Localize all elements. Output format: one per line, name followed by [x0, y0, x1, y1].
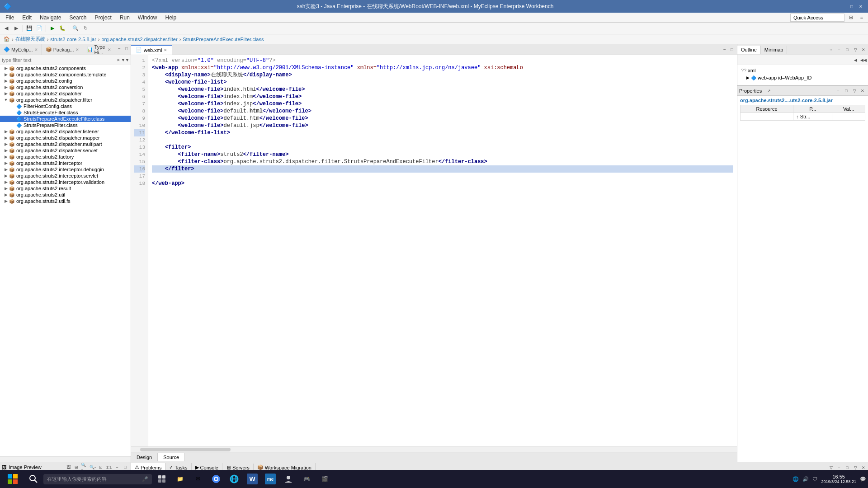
tree-item-filterhostconfig[interactable]: 🔷 FilterHostConfig.class: [0, 103, 131, 109]
tree-item-components[interactable]: ▶ 📦 org.apache.struts2.components: [0, 65, 131, 71]
filter-input[interactable]: [2, 57, 115, 63]
expand-icon[interactable]: ▶: [4, 85, 8, 89]
expand-icon[interactable]: ▶: [4, 79, 8, 83]
tree-item-strutsprepareandexecute[interactable]: 🔷 StrutsPrepareAndExecuteFilter.class: [0, 116, 131, 122]
expand-icon[interactable]: ▶: [4, 155, 8, 159]
tree-item-strutsexecute[interactable]: 🔷 StrutsExecuteFilter.class: [0, 109, 131, 116]
taskbar-myeclipse[interactable]: me: [262, 471, 278, 487]
tree-item-strutsprepare[interactable]: 🔷 StrutsPrepareFilter.class: [0, 122, 131, 128]
tree-item-components-template[interactable]: ▶ 📦 org.apache.struts2.components.templa…: [0, 71, 131, 78]
taskbar-icon6[interactable]: 🎮: [298, 471, 315, 487]
prop-close-btn[interactable]: ✕: [859, 87, 866, 94]
quick-access-input[interactable]: [790, 14, 844, 22]
prop-link[interactable]: org.apache.struts2....uts2-core-2.5.8.ja…: [740, 98, 865, 103]
maximize-panel-btn[interactable]: □: [123, 45, 130, 52]
tab-outline[interactable]: Outline: [737, 46, 761, 54]
tree-item-dispatcher-filter[interactable]: ▼ 📦 org.apache.struts2.dispatcher.filter: [0, 97, 131, 103]
tab-package[interactable]: 📦 Packag... ✕: [42, 44, 83, 55]
expand-icon[interactable]: ▶: [4, 72, 8, 77]
taskbar-task-view[interactable]: [154, 471, 170, 487]
maximize-editor-btn[interactable]: □: [729, 47, 735, 53]
editor-hscrollbar[interactable]: [131, 446, 737, 452]
tree-item-multipart[interactable]: ▶ 📦 org.apache.struts2.dispatcher.multip…: [0, 141, 131, 147]
taskbar-search[interactable]: [25, 471, 42, 487]
package-close[interactable]: ✕: [75, 47, 79, 52]
expand-icon[interactable]: ▶: [4, 180, 8, 184]
start-button[interactable]: [2, 470, 24, 488]
maximize-button[interactable]: □: [848, 3, 855, 10]
expand-icon[interactable]: ▶: [4, 148, 8, 153]
forward-btn[interactable]: ▶: [12, 24, 21, 33]
expand-icon[interactable]: ▶: [4, 91, 8, 96]
tree-item-mapper[interactable]: ▶ 📦 org.apache.struts2.dispatcher.mapper: [0, 135, 131, 141]
minimize-button[interactable]: —: [839, 3, 846, 10]
tree-item-result[interactable]: ▶ 📦 org.apache.struts2.result: [0, 185, 131, 192]
prop-external-btn[interactable]: ↗: [765, 87, 773, 94]
typehier-close[interactable]: ✕: [108, 47, 111, 52]
menu-edit[interactable]: Edit: [19, 14, 35, 22]
taskbar-user[interactable]: [280, 471, 297, 487]
tree-item-factory[interactable]: ▶ 📦 org.apache.struts2.factory: [0, 154, 131, 160]
outline-tool1[interactable]: ◀: [852, 56, 859, 64]
menu-help[interactable]: Help: [162, 14, 180, 22]
tree-item-config[interactable]: ▶ 📦 org.apache.struts2.config: [0, 78, 131, 84]
taskbar-media[interactable]: 🎬: [316, 471, 333, 487]
tree-item-interceptor-validation[interactable]: ▶ 📦 org.apache.struts2.interceptor.valid…: [0, 179, 131, 185]
bc-project[interactable]: 在线聊天系统: [15, 36, 45, 42]
expand-icon[interactable]: ▶: [4, 66, 8, 70]
menu-file[interactable]: File: [2, 14, 18, 22]
left-panel-scrollbar[interactable]: [0, 456, 131, 462]
taskbar-ie[interactable]: [226, 471, 242, 487]
code-content[interactable]: <?xml version="1.0" encoding="UTF-8"?> <…: [148, 55, 737, 446]
toolbar-btn[interactable]: ≡: [857, 13, 866, 22]
outline-tool2[interactable]: ◀◀: [860, 56, 867, 64]
tree-item-interceptor[interactable]: ▶ 📦 org.apache.struts2.interceptor: [0, 160, 131, 166]
tree-item-listener[interactable]: ▶ 📦 org.apache.struts2.dispatcher.listen…: [0, 128, 131, 135]
back-btn[interactable]: ◀: [2, 24, 11, 33]
outline-webapp[interactable]: ▶ 🔷 web-app id=WebApp_ID: [739, 74, 866, 81]
taskbar-files[interactable]: 📁: [172, 471, 188, 487]
expand-icon[interactable]: ▶: [4, 199, 8, 203]
collapse-outline-btn[interactable]: −: [835, 46, 843, 53]
tab-source[interactable]: Source: [158, 453, 185, 461]
expand-icon[interactable]: ▶: [4, 129, 8, 134]
sync-btn[interactable]: ↔: [827, 46, 835, 53]
tree-item-interceptor-debuggin[interactable]: ▶ 📦 org.apache.struts2.interceptor.debug…: [0, 166, 131, 173]
network-icon[interactable]: 🌐: [793, 476, 799, 482]
prop-minimize-btn[interactable]: −: [835, 87, 842, 94]
menu-search[interactable]: Search: [66, 14, 90, 22]
prop-menu-btn[interactable]: ▽: [851, 87, 858, 94]
expand-icon[interactable]: ▼: [4, 98, 8, 102]
menu-run[interactable]: Run: [116, 14, 133, 22]
myeclipse-close[interactable]: ✕: [34, 47, 38, 52]
tree-item-conversion[interactable]: ▶ 📦 org.apache.struts2.conversion: [0, 84, 131, 90]
tree-item-dispatcher[interactable]: ▶ 📦 org.apache.struts2.dispatcher: [0, 90, 131, 97]
minimize-panel-btn[interactable]: −: [116, 45, 123, 52]
bc-package[interactable]: org.apache.struts2.dispatcher.filter: [102, 37, 178, 42]
refresh-btn[interactable]: ↻: [81, 24, 90, 33]
perspective-btn[interactable]: ⊞: [846, 13, 855, 22]
notification-icon[interactable]: 💬: [860, 476, 866, 482]
view-menu-btn[interactable]: ▽: [852, 46, 859, 53]
search-toolbar-btn[interactable]: 🔍: [71, 24, 80, 33]
tab-minimap[interactable]: Minimap: [761, 46, 788, 54]
tab-close[interactable]: ✕: [164, 48, 167, 52]
tab-design[interactable]: Design: [131, 453, 158, 461]
filter-clear-btn[interactable]: ✕: [115, 56, 122, 64]
expand-icon[interactable]: ▶: [4, 142, 8, 146]
expand-icon[interactable]: ▶: [4, 192, 8, 197]
tab-myeclipse[interactable]: 🔷 MyEclip... ✕: [0, 44, 42, 55]
tab-webxml[interactable]: 📄 web.xml ✕: [131, 45, 172, 55]
expand-icon[interactable]: ▶: [4, 186, 8, 191]
bc-jar[interactable]: struts2-core-2.5.8.jar: [50, 37, 96, 42]
new-btn[interactable]: 📄: [35, 24, 44, 33]
taskbar-chrome[interactable]: [208, 471, 224, 487]
bc-class[interactable]: StrutsPrepareAndExecuteFilter.class: [183, 37, 264, 42]
expand-icon[interactable]: ▶: [4, 174, 8, 178]
expand-icon[interactable]: ▶: [4, 136, 8, 140]
taskbar-email[interactable]: ✉: [190, 471, 206, 487]
outline-xml[interactable]: ?? xml: [739, 67, 866, 74]
tree-item-util-fs[interactable]: ▶ 📦 org.apache.struts2.util.fs: [0, 198, 131, 204]
save-btn[interactable]: 💾: [25, 24, 34, 33]
prop-max-btn[interactable]: □: [843, 87, 850, 94]
